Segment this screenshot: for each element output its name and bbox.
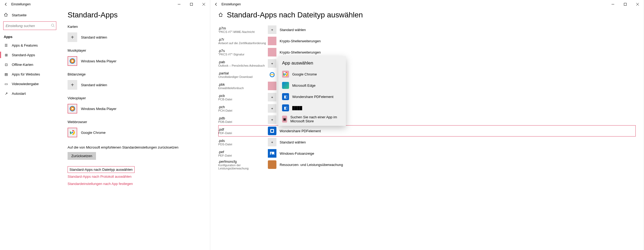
filetype-row[interactable]: .p7r Antwort auf die Zertifikatanforderu… — [218, 35, 636, 47]
file-description: PEF-Datei — [218, 154, 268, 157]
chrome-icon — [68, 128, 77, 137]
sidebar-item-standard-apps[interactable]: ⊞Standard-Apps — [0, 50, 60, 60]
default-app-row[interactable]: +Standard wählen — [68, 31, 202, 44]
maximize-button[interactable] — [185, 0, 198, 8]
sidebar-item-apps-features[interactable]: ☰Apps & Features — [0, 40, 60, 50]
filetype-info: .pds PDS-Datei — [218, 139, 268, 146]
search-box[interactable] — [3, 21, 56, 30]
filetype-info: .pdf PDF-Datei — [218, 127, 268, 135]
file-description: PDF-Datei — [218, 131, 268, 135]
file-extension: .pbk — [218, 82, 268, 86]
filetype-row[interactable]: .pef PEF-Datei Windows-Fotoanzeige — [218, 148, 636, 159]
nav-label: Offline-Karten — [12, 63, 33, 67]
home-icon[interactable] — [218, 12, 223, 18]
assigned-app[interactable]: + Standard wählen — [268, 138, 306, 146]
filetype-info: .pbk Einwähltelefonbuch — [218, 82, 268, 90]
back-button[interactable] — [212, 1, 220, 8]
app-name: Standard wählen — [81, 35, 107, 39]
settings-link[interactable]: Standardeinstellungen nach App festlegen — [68, 180, 202, 187]
certificate-icon — [268, 37, 276, 45]
close-button[interactable] — [631, 0, 644, 8]
app-name: Google Chrome — [81, 131, 106, 135]
filetype-row[interactable]: .pds PDS-Datei + Standard wählen — [218, 137, 636, 148]
file-extension: .p7m — [218, 26, 268, 30]
svg-rect-16 — [624, 3, 627, 6]
popup-app-option[interactable]: ◧████ — [278, 102, 346, 113]
filetype-row[interactable]: .perfmoncfg Konfiguration der Leistungsü… — [218, 159, 636, 170]
file-extension: .partial — [218, 71, 268, 75]
filetype-info: .partial Unvollständiger Download — [218, 71, 268, 78]
file-description: PDS-Datei — [218, 143, 268, 146]
default-app-row[interactable]: Google Chrome — [68, 126, 202, 139]
assigned-app[interactable]: + Standard wählen — [268, 25, 306, 34]
file-description: "PKCS #7"-Signatur — [218, 53, 268, 56]
popup-app-option[interactable]: Microsoft Edge — [278, 80, 346, 91]
popup-app-option[interactable]: ▣Suchen Sie nach einer App im Microsoft … — [278, 113, 346, 125]
popup-app-option[interactable]: Google Chrome — [278, 69, 346, 80]
assigned-app[interactable]: Krypto-Shellerweiterungen — [268, 37, 321, 45]
search-input[interactable] — [6, 24, 51, 28]
nav-icon: ⊞ — [4, 53, 9, 57]
home-link[interactable]: Startseite — [0, 10, 60, 20]
window-title: Einstellungen — [221, 2, 241, 6]
popup-app-name: ████ — [292, 106, 302, 110]
file-extension: .pch — [218, 105, 268, 109]
wmp-icon — [68, 104, 77, 113]
nav-label: Apps & Features — [12, 43, 38, 47]
svg-point-14 — [71, 131, 73, 133]
sidebar: Startseite Apps ☰Apps & Features⊞Standar… — [0, 9, 60, 250]
assigned-app[interactable]: Windows-Fotoanzeige — [268, 149, 314, 158]
nav-label: Apps für Websites — [12, 72, 40, 76]
reset-description: Auf die von Microsoft empfohlenen Standa… — [68, 145, 202, 149]
edge-icon — [282, 82, 289, 89]
assigned-app[interactable]: Krypto-Shellerweiterungen — [268, 48, 321, 56]
default-app-row[interactable]: +Standard wählen — [68, 78, 202, 91]
ie-icon — [268, 70, 276, 79]
titlebar: Einstellungen — [0, 0, 210, 9]
default-app-row[interactable]: Windows Media Player — [68, 55, 202, 67]
settings-link[interactable]: Standard-Apps nach Dateityp auswählen — [68, 166, 135, 173]
popup-title: App auswählen — [278, 59, 346, 69]
filetype-info: .p7m "PKCS #7"-MIME-Nachricht — [218, 26, 268, 33]
sidebar-item-autostart[interactable]: ↗Autostart — [0, 89, 60, 98]
popup-app-name: Microsoft Edge — [292, 84, 316, 88]
popup-app-option[interactable]: ◧Wondershare PDFelement — [278, 91, 346, 102]
popup-app-name: Wondershare PDFelement — [292, 95, 334, 99]
svg-point-23 — [271, 153, 272, 154]
sidebar-item-apps-f-r-websites[interactable]: ▤Apps für Websites — [0, 69, 60, 79]
filetype-row[interactable]: .p7m "PKCS #7"-MIME-Nachricht + Standard… — [218, 24, 636, 35]
category-label: Karten — [68, 25, 202, 29]
minimize-button[interactable] — [607, 0, 619, 8]
minimize-button[interactable] — [173, 0, 185, 8]
back-button[interactable] — [2, 1, 10, 8]
file-description: Antwort auf die Zertifikatanforderung — [218, 41, 268, 45]
category-label: Musikplayer — [68, 48, 202, 52]
app-name: Krypto-Shellerweiterungen — [280, 50, 321, 54]
svg-line-5 — [54, 26, 55, 27]
app-name: Wondershare PDFelement — [280, 129, 321, 133]
svg-point-26 — [285, 73, 287, 75]
reset-button[interactable]: Zurücksetzen — [68, 152, 96, 160]
section-label: Apps — [0, 32, 60, 40]
file-extension: .pds — [218, 139, 268, 143]
assigned-app[interactable]: Wondershare PDFelement — [268, 127, 321, 135]
page-title: Standard-Apps nach Dateityp auswählen — [227, 11, 363, 19]
app-name: Standard wählen — [81, 83, 107, 87]
plus-icon: + — [268, 59, 276, 68]
close-button[interactable] — [198, 0, 210, 8]
file-extension: .pef — [218, 150, 268, 154]
page-title: Standard-Apps — [68, 11, 202, 19]
settings-link[interactable]: Standard-Apps nach Protokoll auswählen — [68, 173, 202, 180]
filetype-row[interactable]: .pdf PDF-Datei Wondershare PDFelement — [218, 125, 636, 137]
assigned-app[interactable]: Ressourcen- und Leistungsüberwachung — [268, 160, 343, 169]
filetype-info: .p7s "PKCS #7"-Signatur — [218, 49, 268, 56]
sidebar-item-videowiedergabe[interactable]: ▭Videowiedergabe — [0, 79, 60, 89]
default-app-row[interactable]: Windows Media Player — [68, 102, 202, 115]
nav-label: Videowiedergabe — [12, 82, 39, 86]
pdfelement-icon: ◧ — [282, 93, 289, 100]
maximize-button[interactable] — [619, 0, 631, 8]
file-description: Konfiguration der Leistungsüberwachung — [218, 164, 268, 170]
popup-app-name: Google Chrome — [292, 72, 317, 76]
file-extension: .pdf — [218, 127, 268, 131]
sidebar-item-offline-karten[interactable]: ⊡Offline-Karten — [0, 60, 60, 69]
